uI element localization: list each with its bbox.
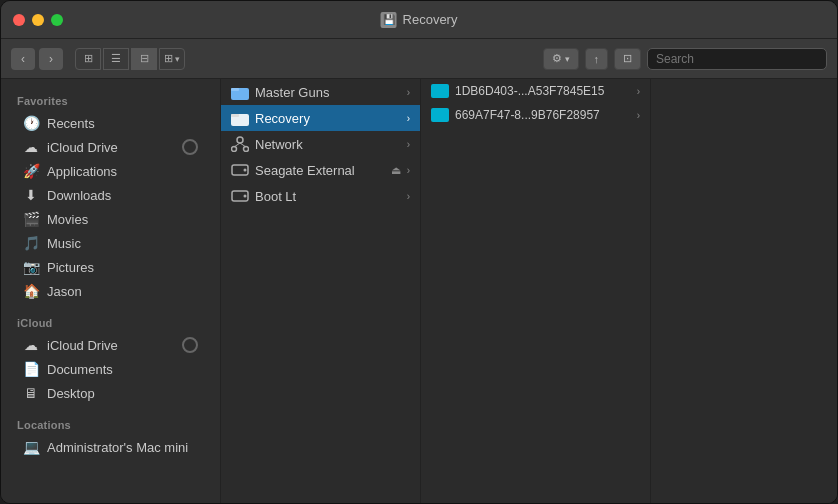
sidebar-label-movies: Movies — [47, 212, 198, 227]
folder-label-2: 669A7F47-8...9B76F28957 — [455, 108, 631, 122]
sidebar-label-jason: Jason — [47, 284, 198, 299]
home-icon: 🏠 — [23, 283, 39, 299]
main-content: Favorites 🕐 Recents ☁ iCloud Drive 🚀 App… — [1, 79, 837, 503]
drive-icon-seagate — [231, 161, 249, 179]
sidebar-label-admin-mac: Administrator's Mac mini — [47, 440, 198, 455]
tag-icon: ⊡ — [623, 52, 632, 65]
recents-icon: 🕐 — [23, 115, 39, 131]
close-button[interactable] — [13, 14, 25, 26]
svg-line-7 — [234, 143, 240, 147]
column-item-folder1[interactable]: 1DB6D403-...A53F7845E15 › — [421, 79, 650, 103]
applications-icon: 🚀 — [23, 163, 39, 179]
action-button[interactable]: ⚙ ▾ — [543, 48, 579, 70]
sidebar-item-documents[interactable]: 📄 Documents — [7, 357, 214, 381]
finder-window: 💾 Recovery ‹ › ⊞ ☰ ⊟ ⊞▾ ⚙ ▾ ↑ ⊡ — [0, 0, 838, 504]
column-item-recovery[interactable]: Recovery › — [221, 105, 420, 131]
share-icon: ↑ — [594, 53, 600, 65]
locations-section-header: Locations — [1, 413, 220, 435]
svg-line-8 — [240, 143, 246, 147]
nav-buttons: ‹ › — [11, 48, 63, 70]
movies-icon: 🎬 — [23, 211, 39, 227]
sidebar-item-downloads[interactable]: ⬇ Downloads — [7, 183, 214, 207]
gallery-view-button[interactable]: ⊞▾ — [159, 48, 185, 70]
sidebar-item-applications[interactable]: 🚀 Applications — [7, 159, 214, 183]
sidebar-label-icloud2: iCloud Drive — [47, 338, 174, 353]
maximize-button[interactable] — [51, 14, 63, 26]
sidebar-item-admin-mac[interactable]: 💻 Administrator's Mac mini — [7, 435, 214, 459]
sidebar-label-recents: Recents — [47, 116, 198, 131]
sidebar-label-icloud: iCloud Drive — [47, 140, 174, 155]
eject-icon-seagate: ⏏ — [391, 164, 401, 177]
column-item-folder2[interactable]: 669A7F47-8...9B76F28957 › — [421, 103, 650, 127]
view-buttons: ⊞ ☰ ⊟ ⊞▾ — [75, 48, 185, 70]
column-label-seagate: Seagate External — [255, 163, 385, 178]
svg-point-10 — [244, 169, 247, 172]
sidebar-item-icloud-drive[interactable]: ☁ iCloud Drive — [7, 135, 214, 159]
chevron-seagate: › — [407, 165, 410, 176]
sidebar-label-pictures: Pictures — [47, 260, 198, 275]
svg-point-12 — [244, 195, 247, 198]
window-title-area: 💾 Recovery — [381, 12, 458, 28]
column-item-master-guns[interactable]: Master Guns › — [221, 79, 420, 105]
share-button[interactable]: ↑ — [585, 48, 609, 70]
folder-icon-recovery — [231, 109, 249, 127]
column-label-network: Network — [255, 137, 401, 152]
downloads-icon: ⬇ — [23, 187, 39, 203]
icloud-badge — [182, 139, 198, 155]
chevron-recovery: › — [407, 113, 410, 124]
search-input[interactable] — [647, 48, 827, 70]
favorites-section-header: Favorites — [1, 89, 220, 111]
column-label-master-guns: Master Guns — [255, 85, 401, 100]
svg-point-5 — [232, 147, 237, 152]
mac-icon: 💻 — [23, 439, 39, 455]
sidebar-item-movies[interactable]: 🎬 Movies — [7, 207, 214, 231]
column-item-seagate[interactable]: Seagate External ⏏ › — [221, 157, 420, 183]
folder-box-2 — [431, 108, 449, 122]
sidebar-label-desktop: Desktop — [47, 386, 198, 401]
sidebar-item-recents[interactable]: 🕐 Recents — [7, 111, 214, 135]
sidebar-item-icloud-drive2[interactable]: ☁ iCloud Drive — [7, 333, 214, 357]
sidebar-item-pictures[interactable]: 📷 Pictures — [7, 255, 214, 279]
folder-label-1: 1DB6D403-...A53F7845E15 — [455, 84, 631, 98]
column-item-network[interactable]: Network › — [221, 131, 420, 157]
sidebar-item-jason[interactable]: 🏠 Jason — [7, 279, 214, 303]
icloud-section-header: iCloud — [1, 311, 220, 333]
minimize-button[interactable] — [32, 14, 44, 26]
tag-button[interactable]: ⊡ — [614, 48, 641, 70]
back-button[interactable]: ‹ — [11, 48, 35, 70]
forward-button[interactable]: › — [39, 48, 63, 70]
column-view-button[interactable]: ⊟ — [131, 48, 157, 70]
icloud2-badge — [182, 337, 198, 353]
music-icon: 🎵 — [23, 235, 39, 251]
chevron-folder1: › — [637, 86, 640, 97]
desktop-icon: 🖥 — [23, 385, 39, 401]
drive-icon-boot — [231, 187, 249, 205]
list-view-button[interactable]: ☰ — [103, 48, 129, 70]
file-browser: Master Guns › Recovery › — [221, 79, 837, 503]
sidebar-item-music[interactable]: 🎵 Music — [7, 231, 214, 255]
chevron-boot-lt: › — [407, 191, 410, 202]
traffic-lights — [13, 14, 63, 26]
gear-icon: ⚙ — [552, 52, 562, 65]
svg-point-4 — [237, 137, 243, 143]
column-2: 1DB6D403-...A53F7845E15 › 669A7F47-8...9… — [421, 79, 651, 503]
column-item-boot-lt[interactable]: Boot Lt › — [221, 183, 420, 209]
toolbar: ‹ › ⊞ ☰ ⊟ ⊞▾ ⚙ ▾ ↑ ⊡ — [1, 39, 837, 79]
column-label-recovery: Recovery — [255, 111, 401, 126]
sidebar-label-downloads: Downloads — [47, 188, 198, 203]
folder-box-1 — [431, 84, 449, 98]
chevron-network: › — [407, 139, 410, 150]
icloud-icon: ☁ — [23, 139, 39, 155]
svg-rect-3 — [231, 114, 239, 117]
sidebar-item-desktop[interactable]: 🖥 Desktop — [7, 381, 214, 405]
column-label-boot-lt: Boot Lt — [255, 189, 401, 204]
window-icon: 💾 — [381, 12, 397, 28]
documents-icon: 📄 — [23, 361, 39, 377]
sidebar: Favorites 🕐 Recents ☁ iCloud Drive 🚀 App… — [1, 79, 221, 503]
pictures-icon: 📷 — [23, 259, 39, 275]
svg-rect-1 — [231, 88, 239, 91]
sidebar-label-music: Music — [47, 236, 198, 251]
icon-view-button[interactable]: ⊞ — [75, 48, 101, 70]
column-1: Master Guns › Recovery › — [221, 79, 421, 503]
chevron-folder2: › — [637, 110, 640, 121]
